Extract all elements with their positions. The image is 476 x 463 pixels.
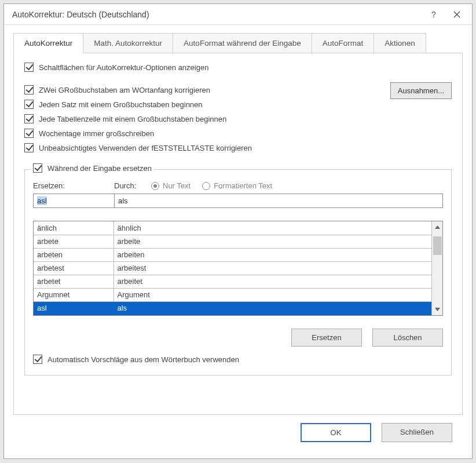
cell-from: arbete bbox=[34, 235, 113, 248]
checkbox-label: Während der Eingabe ersetzen bbox=[47, 164, 152, 173]
field-labels-row: Ersetzen: Durch: Nur Text Formatierten T… bbox=[33, 181, 443, 190]
delete-button[interactable]: Löschen bbox=[372, 329, 443, 347]
scrollbar-thumb[interactable] bbox=[433, 236, 442, 255]
tab-autoformat[interactable]: AutoFormat bbox=[312, 33, 375, 53]
checkbox-label: Schaltflächen für AutoKorrektur-Optionen… bbox=[39, 63, 208, 72]
exceptions-button[interactable]: Ausnahmen... bbox=[390, 82, 452, 99]
radio-formatted-text[interactable] bbox=[202, 182, 210, 190]
checkbox-capslock[interactable] bbox=[24, 143, 34, 152]
checkbox-label: Unbeabsichtigtes Verwenden der fESTSTELL… bbox=[39, 144, 252, 152]
cell-from: Argumnet bbox=[34, 288, 113, 301]
help-icon: ? bbox=[431, 10, 436, 19]
replace-button[interactable]: Ersetzen bbox=[291, 329, 362, 347]
tab-bar: AutoKorrektur Math. Autokorrektur AutoFo… bbox=[13, 33, 463, 53]
button-label: Ausnahmen... bbox=[398, 86, 444, 95]
chevron-up-icon bbox=[435, 225, 440, 229]
window-title: AutoKorrektur: Deutsch (Deutschland) bbox=[12, 10, 422, 19]
close-button[interactable]: Schließen bbox=[382, 423, 452, 442]
tab-aktionen[interactable]: Aktionen bbox=[374, 33, 426, 53]
radio-plain-text[interactable] bbox=[151, 182, 159, 190]
checkbox-label: Wochentage immer großschreiben bbox=[39, 129, 154, 138]
table-scrollbar[interactable] bbox=[431, 221, 442, 315]
cell-to: arbeitest bbox=[113, 261, 431, 275]
dialog-footer: OK Schließen bbox=[13, 415, 463, 450]
tab-label: Math. Autokorrektur bbox=[94, 39, 162, 48]
table-row[interactable]: asl als bbox=[34, 301, 431, 315]
dialog-content: AutoKorrektur Math. Autokorrektur AutoFo… bbox=[4, 25, 472, 458]
tab-body: Schaltflächen für AutoKorrektur-Optionen… bbox=[13, 53, 463, 415]
cell-from: arbetest bbox=[34, 261, 113, 275]
ok-button[interactable]: OK bbox=[301, 423, 371, 442]
input-value: als bbox=[118, 196, 128, 205]
checkbox-two-caps[interactable] bbox=[24, 85, 34, 94]
button-label: Ersetzen bbox=[312, 333, 341, 342]
cell-to: arbeite bbox=[113, 235, 431, 248]
tab-label: Aktionen bbox=[385, 39, 415, 48]
tab-label: AutoKorrektur bbox=[24, 39, 72, 48]
table-row[interactable]: änlich ähnlich bbox=[34, 221, 431, 235]
close-icon bbox=[453, 11, 460, 18]
tab-autokorrektur[interactable]: AutoKorrektur bbox=[13, 33, 83, 53]
table-row[interactable]: arbeten arbeiten bbox=[34, 248, 431, 261]
with-label: Durch: bbox=[114, 181, 149, 190]
cell-from: arbeten bbox=[34, 248, 113, 261]
checkbox-label: ZWei GRoßbuchstaben am WOrtanfang korrig… bbox=[39, 86, 210, 94]
cell-to: ähnlich bbox=[113, 221, 431, 235]
cell-from: änlich bbox=[34, 221, 113, 235]
button-label: Löschen bbox=[393, 333, 422, 342]
input-value: asl bbox=[37, 196, 47, 205]
replace-label: Ersetzen: bbox=[33, 181, 114, 190]
checkbox-tablecell-cap[interactable] bbox=[24, 114, 34, 123]
scroll-down-button[interactable] bbox=[432, 304, 442, 315]
checkbox-label: Jede Tabellenzelle mit einem Großbuchsta… bbox=[39, 115, 226, 123]
replace-group: Während der Eingabe ersetzen Ersetzen: D… bbox=[24, 169, 452, 375]
radio-label: Formatierten Text bbox=[214, 181, 272, 190]
replace-fields: asl als bbox=[33, 194, 443, 208]
scroll-up-button[interactable] bbox=[432, 221, 442, 233]
checkbox-weekdays[interactable] bbox=[24, 129, 34, 138]
checkbox-label: Jeden Satz mit einem Großbuchstaben begi… bbox=[39, 100, 203, 109]
checkbox-sentence-cap[interactable] bbox=[24, 100, 34, 109]
checkbox-replace-typing[interactable] bbox=[33, 163, 42, 173]
cell-to: arbeitet bbox=[113, 275, 431, 288]
tab-math-autokorrektur[interactable]: Math. Autokorrektur bbox=[83, 33, 173, 53]
cell-to: als bbox=[113, 301, 431, 315]
autocorrect-dialog: AutoKorrektur: Deutsch (Deutschland) ? A… bbox=[3, 3, 473, 459]
button-label: Schließen bbox=[400, 428, 434, 436]
checkbox-label: Automatisch Vorschläge aus dem Wörterbuc… bbox=[47, 355, 239, 364]
cell-to: Argument bbox=[113, 288, 431, 301]
replacement-table[interactable]: änlich ähnlich arbete arbeite arbeten ar… bbox=[34, 221, 431, 315]
chevron-down-icon bbox=[435, 308, 440, 311]
group-legend: Während der Eingabe ersetzen bbox=[31, 163, 154, 173]
tab-label: AutoFormat bbox=[323, 39, 364, 48]
with-input[interactable]: als bbox=[115, 194, 442, 207]
checkbox-show-buttons[interactable] bbox=[24, 63, 34, 72]
table-row[interactable]: arbete arbeite bbox=[34, 235, 431, 248]
table-row[interactable]: Argumnet Argument bbox=[34, 288, 431, 301]
tab-label: AutoFormat während der Eingabe bbox=[184, 39, 301, 48]
radio-label: Nur Text bbox=[163, 181, 191, 190]
replacement-table-wrap: änlich ähnlich arbete arbeite arbeten ar… bbox=[33, 221, 443, 316]
table-row[interactable]: arbetest arbeitest bbox=[34, 261, 431, 275]
top-options: Schaltflächen für AutoKorrektur-Optionen… bbox=[24, 63, 452, 158]
replace-input[interactable]: asl bbox=[34, 194, 115, 207]
cell-from: asl bbox=[34, 301, 113, 315]
close-window-button[interactable] bbox=[445, 5, 468, 24]
help-button[interactable]: ? bbox=[422, 5, 445, 24]
checkbox-auto-suggest[interactable] bbox=[33, 355, 42, 364]
cell-to: arbeiten bbox=[113, 248, 431, 261]
cell-from: arbetet bbox=[34, 275, 113, 288]
table-row[interactable]: arbetet arbeitet bbox=[34, 275, 431, 288]
replace-action-row: Ersetzen Löschen bbox=[33, 329, 443, 347]
tab-autoformat-typing[interactable]: AutoFormat während der Eingabe bbox=[173, 33, 312, 53]
button-label: OK bbox=[331, 428, 342, 437]
titlebar: AutoKorrektur: Deutsch (Deutschland) ? bbox=[4, 4, 472, 25]
